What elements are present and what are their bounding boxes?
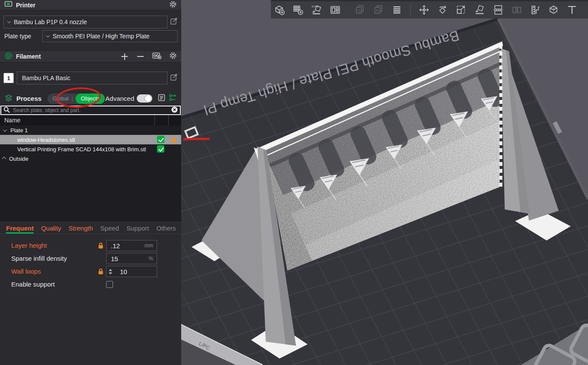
toolbar-divider (410, 4, 411, 16)
annotation-red-underline (183, 137, 210, 140)
tab-support[interactable]: Support (126, 222, 149, 234)
column-divider (154, 115, 155, 125)
search-bar (0, 106, 181, 115)
search-input[interactable] (12, 107, 171, 114)
printer-settings-gear-icon[interactable] (169, 0, 177, 10)
object-row-label: Vertical Printing Frame SCAD 144x108 wit… (17, 146, 146, 153)
viewport-toolbar: AUTO O P (271, 0, 588, 19)
filament-settings-gear-icon[interactable] (169, 52, 177, 61)
lock-icon[interactable] (98, 268, 104, 277)
compare-presets-icon[interactable] (169, 94, 177, 103)
chevron-down-icon (46, 34, 50, 37)
printer-preset-select[interactable]: Bambu Lab P1P 0.4 nozzle (3, 16, 167, 28)
enable-support-checkbox[interactable] (106, 281, 113, 288)
plate-type-row: Plate type Smooth PEI Plate / High Temp … (4, 30, 178, 42)
chevron-down-icon[interactable] (3, 128, 7, 132)
filament-section-title: Filament (16, 53, 41, 60)
plate-type-value: Smooth PEI Plate / High Temp Plate (53, 33, 150, 40)
sparse-infill-unit: % (148, 256, 157, 262)
advanced-label: Advanced (105, 95, 134, 102)
variable-layer-height-icon[interactable] (528, 3, 542, 17)
add-plate-icon[interactable] (291, 3, 305, 17)
visibility-checkbox-checked[interactable] (157, 136, 164, 143)
column-divider (168, 115, 169, 125)
text-tool-icon[interactable] (566, 3, 579, 17)
wall-loops-stepper[interactable] (109, 269, 116, 275)
frequent-params: Layer height mm Sparse infill density % … (0, 234, 181, 365)
layer-height-input[interactable] (107, 242, 145, 250)
lock-icon[interactable] (98, 243, 104, 251)
printer-icon (4, 0, 13, 9)
rotate-icon[interactable] (436, 3, 450, 17)
scope-objects-button[interactable]: Objects (75, 94, 105, 104)
layer-height-unit: mm (145, 243, 157, 249)
param-layer-height: Layer height mm (0, 240, 181, 252)
edit-printer-preset-icon[interactable] (170, 17, 178, 27)
remove-filament-icon[interactable] (137, 53, 144, 60)
printer-section-header: Printer (0, 0, 181, 10)
lay-on-face-icon[interactable] (473, 3, 487, 17)
tab-quality[interactable]: Quality (41, 222, 61, 234)
tree-row-object-selected[interactable]: window-Headstones.stl (0, 135, 181, 144)
layers-list-icon[interactable] (390, 3, 404, 17)
process-tabs: Frequent Quality Strength Speed Support … (0, 222, 181, 234)
process-layers-icon (4, 94, 13, 104)
tab-strength[interactable]: Strength (69, 222, 93, 234)
advanced-toggle[interactable] (137, 94, 152, 103)
param-wall-loops: Wall loops (0, 265, 181, 278)
plate-type-select[interactable]: Smooth PEI Plate / High Temp Plate (42, 30, 178, 42)
printer-preset-row: Bambu Lab P1P 0.4 nozzle (3, 16, 178, 28)
scope-global-button[interactable]: Global (52, 95, 69, 102)
svg-text:P: P (376, 8, 379, 13)
split-icon[interactable] (491, 3, 505, 17)
search-icon (3, 106, 10, 115)
tab-others[interactable]: Others (157, 222, 176, 234)
tree-row-outside[interactable]: Outside (0, 154, 181, 163)
copy-object-icon[interactable]: O (353, 3, 367, 17)
stepper-up-icon[interactable] (109, 269, 112, 271)
object-tree-header: Name (0, 115, 181, 125)
chevron-down-icon (7, 19, 11, 23)
stepper-down-icon[interactable] (109, 272, 112, 275)
mirror-icon[interactable] (510, 3, 524, 17)
clear-search-icon[interactable] (171, 106, 178, 115)
outside-row-label: Outside (9, 156, 28, 162)
tab-speed[interactable]: Speed (101, 222, 119, 234)
3d-viewport[interactable]: Bambu Smooth PEI Plate / High Temp Pl L/… (181, 0, 588, 365)
enable-support-label: Enable support (11, 278, 55, 290)
sparse-infill-input[interactable] (107, 255, 148, 263)
visibility-checkbox-checked[interactable] (157, 145, 164, 153)
tree-row-plate[interactable]: Plate 1 (0, 125, 181, 135)
filament-preset-select[interactable]: Bambu PLA Basic (17, 72, 167, 84)
ams-sync-icon[interactable] (152, 52, 161, 61)
scale-icon[interactable] (454, 3, 468, 17)
edit-filament-preset-icon[interactable] (170, 73, 178, 83)
auto-orient-icon[interactable]: AUTO (310, 3, 324, 17)
param-enable-support: Enable support (0, 278, 181, 290)
tab-frequent[interactable]: Frequent (6, 222, 34, 234)
sparse-infill-field: % (106, 253, 157, 264)
layer-height-field: mm (106, 240, 157, 251)
wall-loops-label: Wall loops (11, 265, 41, 278)
arrange-icon[interactable] (328, 3, 342, 17)
cut-icon[interactable] (547, 3, 561, 17)
settings-table-icon[interactable] (157, 94, 166, 103)
filament-slot-number[interactable]: 1 (3, 73, 14, 83)
wall-loops-input[interactable] (116, 268, 157, 276)
process-scope-switch: Global | Objects (47, 94, 105, 104)
tree-row-object[interactable]: Vertical Printing Frame SCAD 144x108 wit… (0, 144, 181, 154)
lock-icon[interactable] (171, 137, 176, 144)
add-object-icon[interactable] (273, 3, 286, 17)
toggle-knob (145, 95, 151, 102)
filament-spool-icon (4, 52, 13, 62)
add-filament-icon[interactable] (121, 53, 128, 60)
process-section-title: Process (16, 95, 41, 102)
printer-section-title: Printer (16, 2, 35, 9)
plate-row-label: Plate 1 (10, 127, 28, 134)
move-icon[interactable] (417, 3, 431, 17)
scene-canvas[interactable]: Bambu Smooth PEI Plate / High Temp Pl L/… (181, 0, 588, 365)
wall-loops-field (106, 266, 157, 277)
chevron-right-icon[interactable] (2, 156, 6, 161)
copy-plate-icon[interactable]: P (371, 3, 385, 17)
param-sparse-infill: Sparse infill density % (0, 253, 181, 265)
